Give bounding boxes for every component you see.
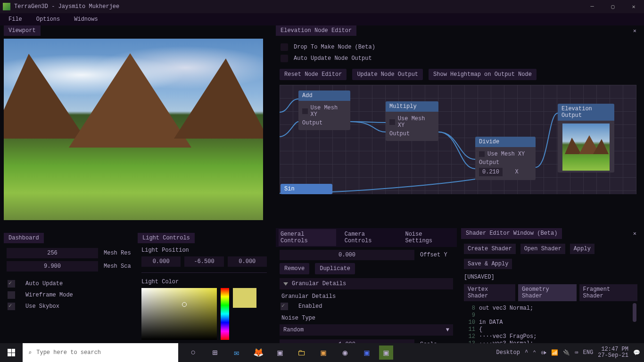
mail-icon[interactable]: ✉ xyxy=(227,343,246,362)
tray-battery-icon[interactable]: 🔌 xyxy=(563,349,570,356)
tab-general-controls[interactable]: General Controls xyxy=(279,229,336,246)
light-controls-panel: Light Controls Light Position 0.000 -6.5… xyxy=(138,233,271,344)
mesh-res-input[interactable]: 256 xyxy=(7,248,98,258)
taskbar-search[interactable]: ⌕Type here to search xyxy=(23,343,178,362)
remove-button[interactable]: Remove xyxy=(280,263,309,274)
menu-file[interactable]: File xyxy=(8,16,22,23)
code-scrollbar[interactable] xyxy=(633,303,636,322)
wireframe-checkbox[interactable] xyxy=(8,291,15,299)
viewport-title: Viewport xyxy=(4,25,41,36)
duplicate-button[interactable]: Duplicate xyxy=(315,263,355,274)
viewport-render[interactable] xyxy=(4,39,263,220)
tray-clock[interactable]: 12:47 PM 27-Sep-21 xyxy=(598,346,628,359)
tray-wifi-icon[interactable]: 📶 xyxy=(551,349,558,356)
windows-icon xyxy=(8,349,15,356)
close-button[interactable]: ✕ xyxy=(623,0,644,13)
noise-type-select[interactable]: Random▼ xyxy=(280,324,453,336)
node-divide-value-input[interactable]: 0.210 xyxy=(479,168,503,176)
node-canvas[interactable]: Add Use Mesh XY Output Multiply Use Mesh… xyxy=(280,85,636,194)
menu-options[interactable]: Options xyxy=(36,16,60,23)
node-add[interactable]: Add Use Mesh XY Output xyxy=(298,90,350,130)
dashboard-panel: Dashboard 256Mesh Res 9.900Mesh Sca Auto… xyxy=(4,233,135,317)
window-title: TerraGen3D - Jaysmito Mukherjee xyxy=(14,3,119,10)
node-add-title: Add xyxy=(298,90,350,101)
offset-y-input[interactable]: 0.000 xyxy=(280,250,414,260)
shader-editor-title: Shader Editor Window (Beta) xyxy=(461,228,562,239)
node-divide-usemesh-checkbox[interactable] xyxy=(479,151,485,157)
tray-desktop-label[interactable]: Desktop xyxy=(496,349,520,356)
color-hue-slider[interactable] xyxy=(221,288,229,340)
drop-to-make-label: Drop To Make Node (Beta) xyxy=(294,44,375,50)
maximize-button[interactable]: ▢ xyxy=(603,0,623,13)
auto-update-node-label: Auto Update Node Output xyxy=(294,55,372,62)
tray-volume-icon[interactable]: 🕪 xyxy=(541,349,546,356)
powershell-icon[interactable]: ▣ xyxy=(357,343,376,362)
tray-keyboard-icon[interactable]: ⌨ xyxy=(575,349,578,356)
node-divide-x-button[interactable]: X xyxy=(515,169,518,175)
light-pos-y-input[interactable]: -6.500 xyxy=(184,256,223,267)
search-icon: ⌕ xyxy=(28,349,32,356)
shader-editor-panel: Shader Editor Window (Beta) ✕ Create Sha… xyxy=(461,228,640,362)
color-satval-picker[interactable] xyxy=(141,288,217,340)
tray-onedrive-icon[interactable]: ⌃ xyxy=(533,349,536,356)
color-swatch xyxy=(233,288,256,308)
open-shader-button[interactable]: Open Shader xyxy=(520,244,565,254)
granular-enabled-checkbox[interactable] xyxy=(281,303,288,310)
reset-node-editor-button[interactable]: Reset Node Editor xyxy=(280,69,347,80)
skybox-checkbox[interactable] xyxy=(8,303,15,310)
task-view-icon[interactable]: ⊞ xyxy=(206,343,224,362)
tab-noise-settings[interactable]: Noise Settings xyxy=(403,229,454,246)
firefox-icon[interactable]: 🦊 xyxy=(249,343,268,362)
auto-update-node-checkbox[interactable] xyxy=(281,55,288,62)
light-controls-title: Light Controls xyxy=(138,233,195,243)
show-heightmap-button[interactable]: Show Heightmap on Output Node xyxy=(429,69,537,80)
node-add-usemesh-checkbox[interactable] xyxy=(302,108,308,114)
node-editor-close-icon[interactable]: ✕ xyxy=(633,27,640,34)
sublime-icon[interactable]: ▣ xyxy=(314,343,333,362)
terragen-icon[interactable]: ▣ xyxy=(379,346,393,360)
light-pos-x-input[interactable]: 0.000 xyxy=(141,256,181,267)
tray-notifications-icon[interactable]: 💬 xyxy=(633,349,640,356)
tab-geometry-shader[interactable]: Geometry Shader xyxy=(518,284,576,301)
mesh-sca-input[interactable]: 9.900 xyxy=(7,261,98,272)
taskbar: ⌕Type here to search ○ ⊞ ✉ 🦊 ▣ 🗀 ▣ ◉ ▣ ▣… xyxy=(0,343,644,362)
node-elevation-thumbnail xyxy=(562,123,610,171)
tray-lang-label[interactable]: ENG xyxy=(583,349,594,356)
node-sin[interactable]: Sin xyxy=(281,184,332,194)
drop-to-make-checkbox[interactable] xyxy=(281,43,288,51)
chevron-down-icon xyxy=(283,282,288,286)
node-multiply-usemesh-checkbox[interactable] xyxy=(389,119,395,125)
chevron-down-icon: ▼ xyxy=(446,327,449,333)
save-apply-shader-button[interactable]: Save & Apply xyxy=(464,259,512,269)
noise-type-label: Noise Type xyxy=(280,312,453,321)
light-pos-z-input[interactable]: 0.000 xyxy=(228,256,267,267)
apply-shader-button[interactable]: Apply xyxy=(570,244,594,254)
granular-details-label: Granular Details xyxy=(280,289,453,301)
node-sin-title: Sin xyxy=(281,184,332,194)
start-button[interactable] xyxy=(0,343,23,362)
node-divide[interactable]: Divide Use Mesh XY Output 0.210 X xyxy=(475,137,536,180)
shader-editor-close-icon[interactable]: ✕ xyxy=(629,228,640,239)
tab-vertex-shader[interactable]: Vertex Shader xyxy=(464,284,515,301)
tray-chevron-icon[interactable]: ^ xyxy=(525,349,528,356)
auto-update-checkbox[interactable] xyxy=(8,280,15,288)
node-elevation-output[interactable]: Elevation Output xyxy=(558,104,614,173)
tab-camera-controls[interactable]: Camera Controls xyxy=(343,229,397,246)
update-node-output-button[interactable]: Update Node Output xyxy=(352,69,423,80)
vlc-icon[interactable]: ▣ xyxy=(271,343,289,362)
menu-windows[interactable]: Widnows xyxy=(74,16,98,23)
light-color-label: Light Color xyxy=(141,279,267,285)
dashboard-title: Dashboard xyxy=(4,233,44,243)
viewport-panel: Viewport xyxy=(4,25,272,220)
minimize-button[interactable]: ─ xyxy=(582,0,603,13)
explorer-icon[interactable]: 🗀 xyxy=(292,343,311,362)
mesh-res-label: Mesh Res xyxy=(104,250,132,256)
create-shader-button[interactable]: Create Shader xyxy=(464,244,516,254)
node-multiply[interactable]: Multiply Use Mesh XY Output xyxy=(386,101,438,141)
tab-fragment-shader[interactable]: Fragment Shader xyxy=(579,284,637,301)
chrome-icon[interactable]: ◉ xyxy=(336,343,355,362)
granular-details-collapse[interactable]: Granular Details xyxy=(280,278,453,289)
shader-unsaved-label: [UNSAVED] xyxy=(464,274,637,280)
general-controls-panel: General Controls Camera Controls Noise S… xyxy=(276,228,457,362)
cortana-icon[interactable]: ○ xyxy=(184,343,203,362)
